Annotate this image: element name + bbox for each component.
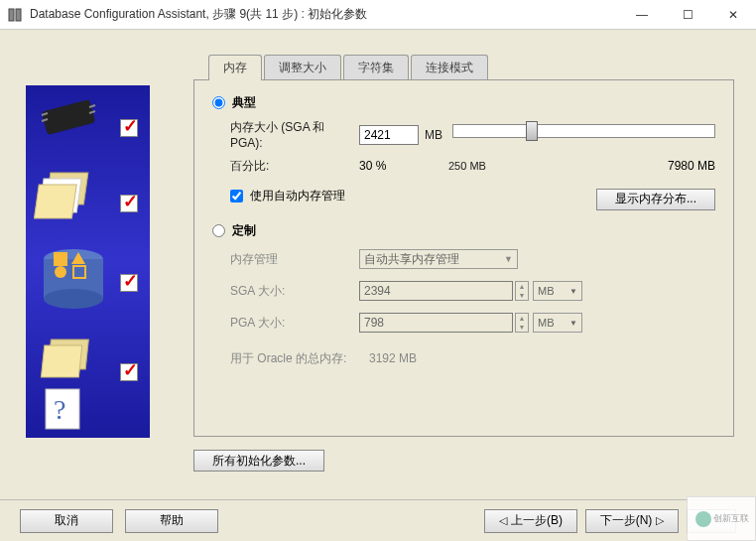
- typical-label: 典型: [232, 95, 256, 109]
- total-memory-label: 用于 Oracle 的总内存:: [230, 350, 369, 367]
- svg-point-21: [695, 511, 711, 527]
- memory-size-label: 内存大小 (SGA 和 PGA):: [230, 119, 359, 150]
- chevron-right-icon: ▷: [656, 514, 664, 527]
- custom-radio[interactable]: [212, 224, 225, 237]
- svg-rect-1: [16, 9, 21, 21]
- svg-point-15: [55, 266, 66, 278]
- percent-value: 30 %: [359, 159, 448, 173]
- step-check-icon: [120, 195, 138, 212]
- slider-min-label: 250 MB: [448, 160, 486, 172]
- total-memory-value: 3192 MB: [369, 351, 417, 365]
- percent-label: 百分比:: [230, 158, 359, 175]
- wizard-step-1: [34, 97, 113, 157]
- svg-rect-13: [54, 252, 67, 266]
- next-button[interactable]: 下一步(N)▷: [585, 509, 679, 533]
- tab-charset[interactable]: 字符集: [343, 55, 409, 80]
- cancel-button[interactable]: 取消: [20, 509, 113, 533]
- wizard-step-2: [34, 165, 113, 224]
- main-panel: 内存 调整大小 字符集 连接模式 典型 内存大小 (SGA 和 PGA): MB: [193, 55, 734, 472]
- sga-unit-select: MB▼: [533, 281, 582, 301]
- custom-label: 定制: [232, 223, 256, 237]
- wizard-step-3: [34, 244, 113, 304]
- wizard-step-5: ?: [34, 383, 113, 443]
- svg-rect-18: [41, 345, 81, 377]
- step-check-icon: [120, 274, 138, 292]
- minimize-button[interactable]: —: [619, 0, 665, 30]
- memory-slider[interactable]: [452, 124, 715, 146]
- tab-sizing[interactable]: 调整大小: [264, 55, 341, 80]
- svg-rect-0: [9, 9, 14, 21]
- chevron-down-icon: ▼: [569, 319, 577, 328]
- pga-spinner: ▲▼: [515, 313, 529, 333]
- mem-mgmt-select: 自动共享内存管理▼: [359, 249, 518, 269]
- custom-option[interactable]: 定制: [212, 222, 715, 239]
- memory-size-input[interactable]: [359, 125, 419, 145]
- wizard-sidebar: ?: [26, 85, 150, 438]
- pga-input: [359, 313, 513, 333]
- slider-max-label: 7980 MB: [668, 159, 715, 173]
- pga-unit-select: MB▼: [533, 313, 582, 333]
- prev-button[interactable]: ◁上一步(B): [484, 509, 577, 533]
- tab-connmode[interactable]: 连接模式: [411, 55, 488, 80]
- typical-radio[interactable]: [212, 96, 225, 109]
- step-check-icon: [120, 363, 138, 381]
- chevron-down-icon: ▼: [569, 287, 577, 296]
- show-distribution-button[interactable]: 显示内存分布...: [596, 189, 715, 210]
- typical-option[interactable]: 典型: [212, 94, 715, 111]
- sga-input: [359, 281, 513, 301]
- sga-label: SGA 大小:: [230, 283, 359, 300]
- step-check-icon: [120, 119, 138, 137]
- help-button[interactable]: 帮助: [125, 509, 218, 533]
- titlebar: Database Configuration Assistant, 步骤 9(共…: [0, 0, 756, 30]
- sga-spinner: ▲▼: [515, 281, 529, 301]
- svg-point-12: [44, 289, 103, 309]
- watermark: 创新互联: [687, 496, 756, 541]
- chevron-down-icon: ▼: [504, 254, 513, 264]
- auto-memory-checkbox[interactable]: [230, 190, 243, 203]
- svg-rect-2: [42, 99, 96, 135]
- tab-bar: 内存 调整大小 字符集 连接模式: [208, 55, 734, 80]
- chevron-left-icon: ◁: [499, 514, 507, 527]
- window-title: Database Configuration Assistant, 步骤 9(共…: [30, 6, 619, 23]
- all-params-button[interactable]: 所有初始化参数...: [193, 450, 324, 472]
- memory-size-unit: MB: [425, 128, 442, 142]
- bottom-bar: 取消 帮助 ◁上一步(B) 下一步(N)▷ 完成(E): [0, 499, 756, 541]
- auto-memory-label: 使用自动内存管理: [250, 189, 345, 203]
- tab-memory[interactable]: 内存: [208, 55, 262, 80]
- tab-content: 典型 内存大小 (SGA 和 PGA): MB 百分比: 30 % 250: [193, 79, 734, 437]
- mem-mgmt-label: 内存管理: [230, 251, 359, 268]
- app-icon: [8, 7, 24, 23]
- slider-thumb-icon[interactable]: [526, 121, 538, 141]
- close-button[interactable]: ✕: [710, 0, 756, 30]
- maximize-button[interactable]: ☐: [665, 0, 710, 30]
- svg-text:?: ?: [54, 394, 65, 425]
- pga-label: PGA 大小:: [230, 315, 359, 332]
- svg-rect-9: [34, 185, 76, 218]
